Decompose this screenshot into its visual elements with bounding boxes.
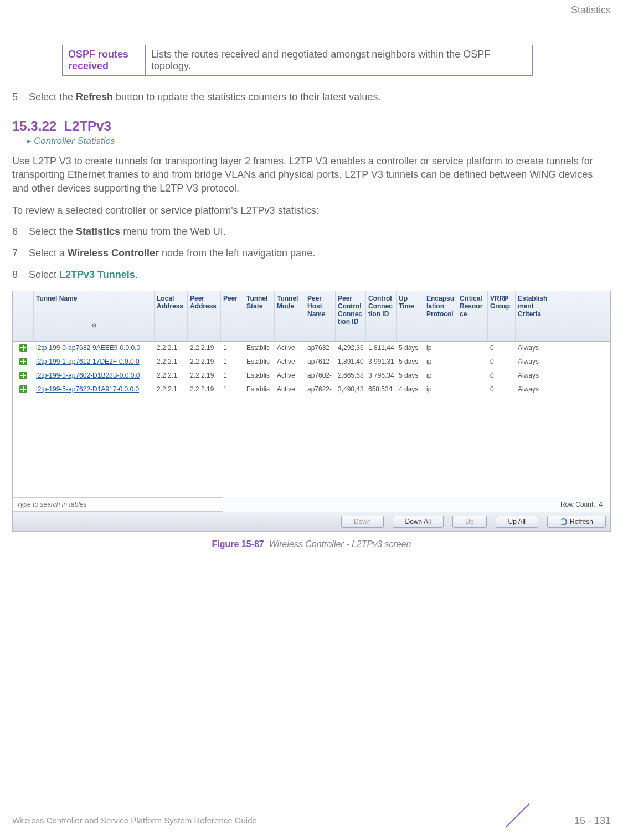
col-header-establishment-criteria[interactable]: Establishment Criteria — [516, 291, 553, 341]
cell-peer-control-connection-id: 2,665,68 — [336, 369, 366, 383]
grid-toolbar: Down Down All Up Up All Refresh — [13, 512, 610, 531]
wireless-controller-keyword: Wireless Controller — [68, 248, 159, 259]
cell-critical-resource — [457, 355, 488, 369]
search-input[interactable] — [13, 497, 223, 512]
cell-tunnel-mode: Active — [275, 383, 305, 397]
plus-icon — [19, 372, 27, 379]
step-text-pre: Select the — [29, 91, 76, 102]
step-text-post: node from the left navigation pane. — [159, 248, 315, 259]
cell-tunnel-name[interactable]: l2tp-199-5-ap7622-D1A917-0.0.0.0 — [34, 383, 155, 397]
cell-establishment-criteria: Always — [516, 355, 553, 369]
cell-vrrp-group: 0 — [488, 369, 516, 383]
table-row[interactable]: l2tp-199-5-ap7622-D1A917-0.0.0.02.2.2.12… — [13, 383, 610, 397]
cell-tunnel-state: Establis — [244, 342, 275, 355]
cell-vrrp-group: 0 — [488, 355, 516, 369]
cell-establishment-criteria: Always — [516, 342, 553, 355]
cell-local-address: 2.2.2.1 — [155, 369, 188, 383]
refresh-keyword: Refresh — [76, 91, 113, 102]
col-header-up-time[interactable]: Up Time — [397, 291, 424, 341]
step-6: 6 Select the Statistics menu from the We… — [12, 226, 611, 238]
step-text-post: button to update the statistics counters… — [113, 91, 380, 102]
sort-asc-icon[interactable]: ⊙ — [36, 322, 152, 328]
step-5: 5 Select the Refresh button to update th… — [12, 91, 611, 103]
col-header-icon[interactable] — [13, 291, 34, 341]
cell-critical-resource — [457, 383, 488, 397]
cell-local-address: 2.2.2.1 — [155, 383, 188, 397]
cell-peer-address: 2.2.2.19 — [188, 342, 221, 355]
col-header-control-connection-id[interactable]: Control Connection ID — [366, 291, 397, 341]
step-text-pre: Select a — [29, 248, 68, 259]
col-header-tunnel-state[interactable]: Tunnel State — [244, 291, 275, 341]
figure-label: Figure 15-87 — [212, 539, 264, 549]
l2tpv3-tunnels-keyword: L2TPv3 Tunnels — [59, 269, 135, 280]
cell-peer: 1 — [221, 383, 244, 397]
down-button[interactable]: Down — [341, 516, 384, 528]
cell-peer-host-name: ap7632- — [305, 342, 336, 355]
cell-encapsulation-protocol: ip — [424, 342, 457, 355]
col-header-peer[interactable]: Peer — [221, 291, 244, 341]
step-number: 7 — [12, 248, 26, 259]
col-header-peer-host-name[interactable]: Peer Host Name — [305, 291, 336, 341]
cell-tunnel-name[interactable]: l2tp-199-3-ap7602-D1B28B-0.0.0.0 — [34, 369, 155, 383]
col-header-local-address[interactable]: Local Address — [155, 291, 188, 341]
cell-local-address: 2.2.2.1 — [155, 342, 188, 355]
cell-critical-resource — [457, 342, 488, 355]
cell-peer-control-connection-id: 1,891,40 — [336, 355, 366, 369]
cell-peer-address: 2.2.2.19 — [188, 383, 221, 397]
breadcrumb-text: Controller Statistics — [34, 136, 115, 146]
col-header-tunnel-mode[interactable]: Tunnel Mode — [275, 291, 305, 341]
table-row[interactable]: l2tp-199-3-ap7602-D1B28B-0.0.0.02.2.2.12… — [13, 369, 610, 383]
ospf-row-desc: Lists the routes received and negotiated… — [146, 45, 533, 76]
refresh-button[interactable]: Refresh — [547, 516, 606, 528]
grid-body: l2tp-199-0-ap7632-9AEEE9-0.0.0.02.2.2.12… — [13, 342, 610, 497]
row-status-icon — [13, 383, 34, 397]
step-text-post: menu from the Web UI. — [120, 226, 226, 237]
breadcrumb: ▸Controller Statistics — [27, 135, 611, 147]
up-all-button[interactable]: Up All — [496, 516, 538, 528]
plus-icon — [19, 358, 27, 365]
up-button[interactable]: Up — [452, 516, 486, 528]
cell-peer: 1 — [221, 369, 244, 383]
col-header-tunnel-name[interactable]: Tunnel Name⊙ — [34, 291, 155, 341]
plus-icon — [19, 344, 27, 352]
row-count: Row Count: 4 — [560, 501, 610, 508]
section-heading: 15.3.22 L2TPv3 — [12, 118, 611, 134]
step-text-pre: Select — [29, 269, 59, 280]
table-row[interactable]: l2tp-199-0-ap7632-9AEEE9-0.0.0.02.2.2.12… — [13, 342, 610, 355]
col-header-critical-resource[interactable]: Critical Resource — [457, 291, 488, 341]
cell-up-time: 5 days — [397, 342, 424, 355]
refresh-icon — [560, 518, 567, 525]
cell-tunnel-mode: Active — [275, 342, 305, 355]
table-row[interactable]: l2tp-199-1-ap7612-17DE2F-0.0.0.02.2.2.12… — [13, 355, 610, 369]
col-header-vrrp-group[interactable]: VRRP Group — [488, 291, 516, 341]
grid-search-bar: Row Count: 4 — [13, 497, 610, 512]
ospf-row-label: OSPF routes received — [63, 45, 146, 76]
cell-peer-control-connection-id: 3,490,43 — [336, 383, 366, 397]
page-footer: Wireless Controller and Service Platform… — [12, 807, 611, 826]
step-text-post: . — [135, 269, 138, 280]
cell-vrrp-group: 0 — [488, 383, 516, 397]
cell-vrrp-group: 0 — [488, 342, 516, 355]
col-header-peer-address[interactable]: Peer Address — [188, 291, 221, 341]
plus-icon — [19, 385, 27, 393]
cell-up-time: 4 days — [397, 383, 424, 397]
step-7: 7 Select a Wireless Controller node from… — [12, 248, 611, 259]
row-status-icon — [13, 342, 34, 355]
l2tpv3-screenshot: Tunnel Name⊙ Local Address Peer Address … — [12, 291, 611, 532]
cell-peer-control-connection-id: 4,292,36 — [336, 342, 366, 355]
section-title: L2TPv3 — [64, 118, 111, 133]
col-header-peer-control-connection-id[interactable]: Peer Control Connection ID — [336, 291, 366, 341]
statistics-keyword: Statistics — [76, 226, 120, 237]
footer-slash-graphic — [506, 803, 553, 840]
cell-tunnel-name[interactable]: l2tp-199-1-ap7612-17DE2F-0.0.0.0 — [34, 355, 155, 369]
cell-tunnel-name[interactable]: l2tp-199-0-ap7632-9AEEE9-0.0.0.0 — [34, 342, 155, 355]
col-header-encapsulation-protocol[interactable]: Encapsulation Protocol — [424, 291, 457, 341]
cell-control-connection-id: 3,991,31 — [366, 355, 397, 369]
figure-title: Wireless Controller - L2TPv3 screen — [269, 539, 411, 549]
cell-tunnel-state: Establis — [244, 383, 275, 397]
page-number: 15 - 131 — [574, 815, 611, 827]
footer-text: Wireless Controller and Service Platform… — [12, 816, 257, 825]
cell-tunnel-mode: Active — [275, 355, 305, 369]
figure-caption: Figure 15-87 Wireless Controller - L2TPv… — [12, 539, 611, 549]
down-all-button[interactable]: Down All — [393, 516, 444, 528]
